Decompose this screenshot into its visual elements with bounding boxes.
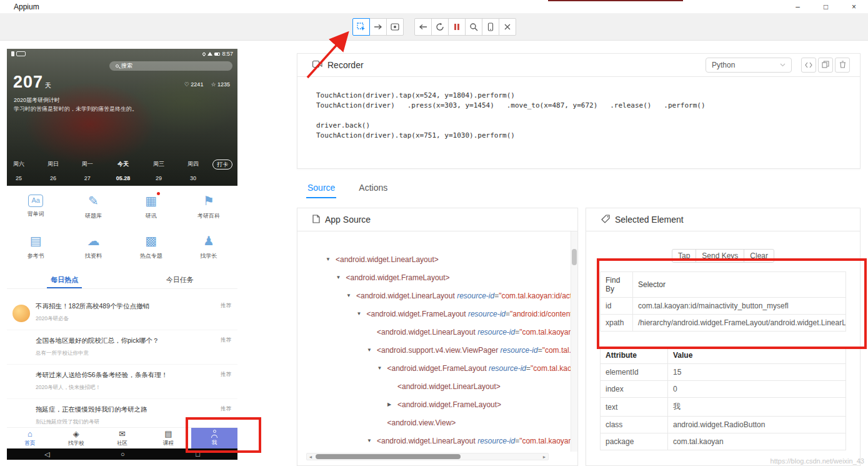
nav-item-schools[interactable]: ◈找学校: [53, 428, 99, 448]
close-icon: [504, 23, 511, 31]
boilerplate-button[interactable]: [801, 58, 816, 73]
word-card-icon: Aa: [28, 195, 42, 207]
minimize-button[interactable]: –: [784, 0, 812, 13]
app-shortcut[interactable]: ♟找学长: [180, 226, 237, 266]
pause-button[interactable]: [448, 18, 466, 36]
app-shortcut[interactable]: ☁找资料: [64, 226, 122, 266]
collapse-icon[interactable]: ▼: [377, 365, 387, 371]
app-shortcut[interactable]: ⚑考研百科: [180, 186, 237, 226]
course-icon: ▤: [164, 430, 172, 438]
android-back-button[interactable]: ◁: [44, 451, 49, 458]
find-by-row[interactable]: xpath/hierarchy/android.widget.FrameLayo…: [601, 315, 846, 332]
recommend-badge: 推荐: [221, 405, 231, 413]
status-time: 8:57: [222, 51, 233, 57]
expand-icon[interactable]: ▶: [387, 402, 397, 407]
news-item[interactable]: 考研过来人送给你56条备考经验，条条有理！2020考研人，快来接招吧！推荐: [7, 365, 237, 399]
source-vertical-scrollbar[interactable]: [571, 231, 577, 452]
countdown-caption: 2020届考研倒计时: [14, 96, 60, 104]
swipe-by-coordinates-button[interactable]: [369, 18, 387, 36]
source-tree-node[interactable]: <android.view.View>: [297, 413, 571, 432]
refresh-button[interactable]: [431, 18, 449, 36]
tab-actions[interactable]: Actions: [357, 180, 389, 197]
nav-item-home[interactable]: ⌂首页: [7, 428, 53, 448]
scroll-left-icon[interactable]: ◄: [307, 455, 314, 459]
app-shortcut[interactable]: Aa背单词: [7, 186, 64, 226]
source-tree-node[interactable]: ▼<android.support.v4.view.ViewPager reso…: [297, 341, 571, 359]
app-shortcut[interactable]: ▩热点专题: [122, 226, 180, 266]
pause-icon: [453, 23, 461, 31]
language-select[interactable]: Python: [706, 58, 792, 73]
source-tree-node[interactable]: ▼<android.widget.FrameLayout resource-id…: [297, 305, 571, 323]
scroll-right-icon[interactable]: ►: [541, 455, 548, 459]
android-home-button[interactable]: ○: [121, 451, 125, 458]
maximize-button[interactable]: □: [812, 0, 840, 13]
find-by-selector: com.tal.kaoyan:id/mainactivity_button_my…: [633, 298, 846, 315]
shortcut-label: 研讯: [146, 212, 157, 220]
app-shortcut[interactable]: ▤参考书: [7, 226, 64, 266]
recorded-code[interactable]: TouchAction(driver).tap(x=524, y=1804).p…: [297, 77, 860, 154]
source-tree-node[interactable]: ▶<android.widget.FrameLayout>: [297, 395, 571, 413]
search-for-element-button[interactable]: [465, 18, 482, 36]
app-search-bar[interactable]: 搜索: [109, 61, 232, 71]
select-elements-icon: [357, 23, 366, 31]
xml-tag-name: android.widget.LinearLayout: [381, 437, 476, 445]
collapse-icon[interactable]: ▼: [346, 293, 356, 298]
collapse-icon[interactable]: ▼: [326, 256, 336, 262]
app-shortcut[interactable]: ▦研讯: [122, 186, 180, 226]
source-tree-node[interactable]: ▼<android.widget.LinearLayout resource-i…: [297, 432, 571, 450]
xml-tag-name: android.widget.LinearLayout: [340, 255, 434, 264]
xml-tag-name: android.support.v4.view.ViewPager: [381, 346, 498, 355]
quit-session-button[interactable]: [499, 18, 516, 36]
device-button[interactable]: [482, 18, 499, 36]
collapse-icon[interactable]: ▼: [367, 438, 377, 443]
shortcut-label: 找资料: [85, 252, 102, 260]
nav-item-courses[interactable]: ▤课程: [145, 428, 191, 448]
attribute-row: classandroid.widget.RadioButton: [601, 417, 846, 433]
select-elements-button[interactable]: [352, 18, 370, 36]
tap-target-icon: [391, 23, 399, 31]
xml-attribute-name: resource-id: [489, 364, 526, 373]
source-tree-node[interactable]: <android.widget.LinearLayout resource-id…: [297, 323, 571, 341]
feed-tab[interactable]: 每日热点: [7, 270, 122, 288]
news-item[interactable]: 不再招生！182所高校489个学位点撤销2020考研必备推荐: [7, 296, 237, 330]
source-tree-node[interactable]: ▼<android.widget.FrameLayout resource-id…: [297, 359, 571, 377]
source-tree-node[interactable]: ▼<android.widget.LinearLayout>: [297, 250, 571, 268]
news-subtitle: 总有一所学校让你中意: [36, 350, 231, 357]
find-by-header: Find By: [601, 272, 633, 298]
source-tree-node[interactable]: ▼<android.widget.FrameLayout>: [297, 268, 571, 286]
wifi-icon: [207, 52, 212, 56]
collapse-icon[interactable]: ▼: [336, 275, 346, 280]
chevron-down-icon: [780, 63, 786, 67]
checkin-button[interactable]: 打卡: [212, 160, 232, 170]
refresh-icon: [436, 23, 444, 31]
nav-item-me[interactable]: 我: [191, 428, 237, 448]
tap-button[interactable]: Tap: [672, 249, 696, 263]
send-keys-button[interactable]: Send Keys: [696, 249, 744, 263]
feed-tab[interactable]: 今日任务: [122, 270, 238, 288]
source-tree-node[interactable]: <android.widget.LinearLayout>: [297, 377, 571, 395]
back-button[interactable]: [414, 18, 432, 36]
close-button[interactable]: ×: [840, 0, 868, 13]
clear-recording-button[interactable]: [835, 58, 850, 73]
tab-source[interactable]: Source: [306, 180, 336, 198]
source-horizontal-scrollbar[interactable]: ◄ ►: [306, 453, 549, 460]
xml-tag-name: android.widget.LinearLayout: [402, 382, 496, 391]
collapse-icon[interactable]: ▼: [367, 347, 377, 353]
device-screenshot[interactable]: 8:57 搜索 207天 ♡ 2241☆ 1235 2020届考研倒计时 学习时…: [7, 49, 237, 460]
clear-button[interactable]: Clear: [744, 249, 774, 263]
scrollbar-thumb[interactable]: [316, 454, 461, 459]
android-recents-button[interactable]: □: [196, 451, 200, 458]
app-shortcut[interactable]: ✎研题库: [64, 186, 122, 226]
xml-attribute-value: "android:id/content: [510, 310, 571, 318]
copy-code-button[interactable]: [818, 58, 833, 73]
news-item[interactable]: 全国各地区最好的院校汇总，你pick哪个？总有一所学校让你中意推荐: [7, 330, 237, 365]
find-by-row[interactable]: idcom.tal.kaoyan:id/mainactivity_button_…: [601, 298, 846, 315]
copy-icon: [822, 61, 829, 70]
nav-item-community[interactable]: ✉社区: [99, 428, 146, 448]
phone-icon: [486, 23, 495, 31]
collapse-icon[interactable]: ▼: [357, 311, 367, 317]
tag-icon: [601, 215, 610, 225]
tap-by-coordinates-button[interactable]: [386, 18, 404, 36]
scrollbar-thumb[interactable]: [572, 249, 577, 265]
source-tree-node[interactable]: ▼<android.widget.LinearLayout resource-i…: [297, 286, 571, 305]
